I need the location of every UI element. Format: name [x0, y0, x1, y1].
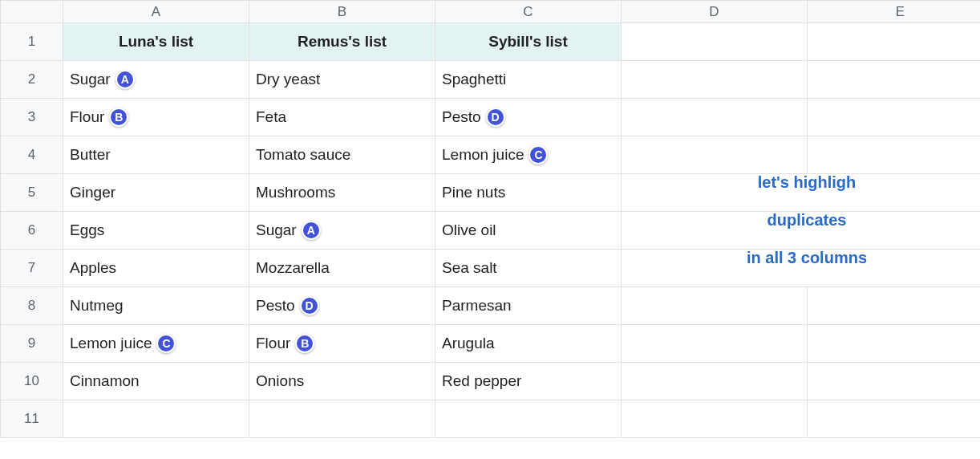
cell-D8[interactable] — [622, 287, 808, 325]
duplicate-marker-icon: B — [109, 108, 128, 127]
cell-D4[interactable] — [622, 136, 808, 174]
cell-B9[interactable]: FlourB — [249, 325, 435, 363]
cell-C6[interactable]: Olive oil — [435, 212, 622, 250]
column-header-D[interactable]: D — [622, 1, 808, 23]
column-header-B[interactable]: B — [249, 1, 435, 23]
cell-text: Butter — [70, 146, 111, 164]
duplicate-marker-icon: C — [528, 145, 548, 165]
duplicate-marker-icon: B — [295, 334, 314, 353]
annotation-cell-cont — [808, 250, 980, 287]
cell-text: Pesto — [442, 108, 481, 126]
row-header-7[interactable]: 7 — [1, 250, 63, 287]
cell-A5[interactable]: Ginger — [63, 174, 249, 212]
row-header-4[interactable]: 4 — [1, 136, 63, 174]
cell-text: Pesto — [256, 297, 295, 315]
cell-text: Sugar — [70, 71, 111, 88]
cell-text: Lemon juice — [442, 146, 524, 164]
cell-text: Spaghetti — [442, 71, 506, 88]
cell-E4[interactable] — [808, 136, 980, 174]
cell-B1[interactable]: Remus's list — [249, 23, 435, 61]
cell-D1[interactable] — [622, 23, 808, 61]
row-header-2[interactable]: 2 — [1, 61, 63, 99]
cell-text: Mozzarella — [256, 259, 330, 277]
cell-C4[interactable]: Lemon juiceC — [435, 136, 622, 174]
row-header-5[interactable]: 5 — [1, 174, 63, 212]
corner-cell[interactable] — [1, 1, 63, 23]
annotation-cell — [622, 212, 808, 250]
row-header-9[interactable]: 9 — [1, 325, 63, 363]
cell-E10[interactable] — [808, 363, 980, 400]
cell-C10[interactable]: Red pepper — [435, 363, 622, 400]
cell-A4[interactable]: Butter — [63, 136, 249, 174]
cell-B10[interactable]: Onions — [249, 363, 435, 400]
cell-text: Onions — [256, 372, 304, 390]
cell-C8[interactable]: Parmesan — [435, 287, 622, 325]
row-header-11[interactable]: 11 — [1, 400, 63, 438]
cell-B8[interactable]: PestoD — [249, 287, 435, 325]
cell-B2[interactable]: Dry yeast — [249, 61, 435, 99]
row-header-3[interactable]: 3 — [1, 99, 63, 136]
cell-D2[interactable] — [622, 61, 808, 99]
row-header-6[interactable]: 6 — [1, 212, 63, 250]
cell-B3[interactable]: Feta — [249, 99, 435, 136]
row-header-8[interactable]: 8 — [1, 287, 63, 325]
cell-text: Mushrooms — [256, 184, 335, 201]
annotation-cell-cont — [808, 174, 980, 212]
cell-text: Arugula — [442, 335, 495, 352]
cell-text: Lemon juice — [70, 335, 152, 352]
cell-text: Pine nuts — [442, 184, 505, 201]
cell-C5[interactable]: Pine nuts — [435, 174, 622, 212]
cell-text: Tomato sauce — [256, 146, 350, 164]
spreadsheet-grid[interactable]: ABCDE1Luna's listRemus's listSybill's li… — [0, 0, 980, 438]
cell-text: Cinnamon — [70, 372, 140, 390]
duplicate-marker-icon: C — [156, 334, 176, 353]
cell-text: Dry yeast — [256, 71, 320, 88]
cell-C7[interactable]: Sea salt — [435, 250, 622, 287]
cell-C3[interactable]: PestoD — [435, 99, 622, 136]
cell-E9[interactable] — [808, 325, 980, 363]
cell-D10[interactable] — [622, 363, 808, 400]
cell-A3[interactable]: FlourB — [63, 99, 249, 136]
cell-A2[interactable]: SugarA — [63, 61, 249, 99]
row-header-1[interactable]: 1 — [1, 23, 63, 61]
cell-D11[interactable] — [622, 400, 808, 438]
column-header-C[interactable]: C — [435, 1, 622, 23]
cell-B11[interactable] — [249, 400, 435, 438]
row-header-10[interactable]: 10 — [1, 363, 63, 400]
cell-text: Red pepper — [442, 372, 521, 390]
duplicate-marker-icon: D — [486, 108, 505, 127]
cell-A8[interactable]: Nutmeg — [63, 287, 249, 325]
cell-D3[interactable] — [622, 99, 808, 136]
cell-text: Nutmeg — [70, 297, 124, 315]
cell-text: Eggs — [70, 221, 104, 239]
cell-E11[interactable] — [808, 400, 980, 438]
cell-A7[interactable]: Apples — [63, 250, 249, 287]
cell-C2[interactable]: Spaghetti — [435, 61, 622, 99]
cell-text: Feta — [256, 108, 286, 126]
cell-C1[interactable]: Sybill's list — [435, 23, 622, 61]
column-header-E[interactable]: E — [808, 1, 980, 23]
cell-B5[interactable]: Mushrooms — [249, 174, 435, 212]
cell-E3[interactable] — [808, 99, 980, 136]
cell-B6[interactable]: SugarA — [249, 212, 435, 250]
cell-A1[interactable]: Luna's list — [63, 23, 249, 61]
cell-text: Sea salt — [442, 259, 497, 277]
annotation-cell — [622, 250, 808, 287]
cell-text: Parmesan — [442, 297, 512, 315]
cell-D9[interactable] — [622, 325, 808, 363]
column-header-A[interactable]: A — [63, 1, 249, 23]
cell-A10[interactable]: Cinnamon — [63, 363, 249, 400]
cell-B7[interactable]: Mozzarella — [249, 250, 435, 287]
cell-text: Ginger — [70, 184, 115, 201]
cell-A6[interactable]: Eggs — [63, 212, 249, 250]
cell-text: Sugar — [256, 221, 297, 239]
cell-A9[interactable]: Lemon juiceC — [63, 325, 249, 363]
cell-E1[interactable] — [808, 23, 980, 61]
cell-E2[interactable] — [808, 61, 980, 99]
cell-C11[interactable] — [435, 400, 622, 438]
cell-B4[interactable]: Tomato sauce — [249, 136, 435, 174]
cell-E8[interactable] — [808, 287, 980, 325]
cell-C9[interactable]: Arugula — [435, 325, 622, 363]
duplicate-marker-icon: A — [302, 221, 321, 240]
cell-A11[interactable] — [63, 400, 249, 438]
